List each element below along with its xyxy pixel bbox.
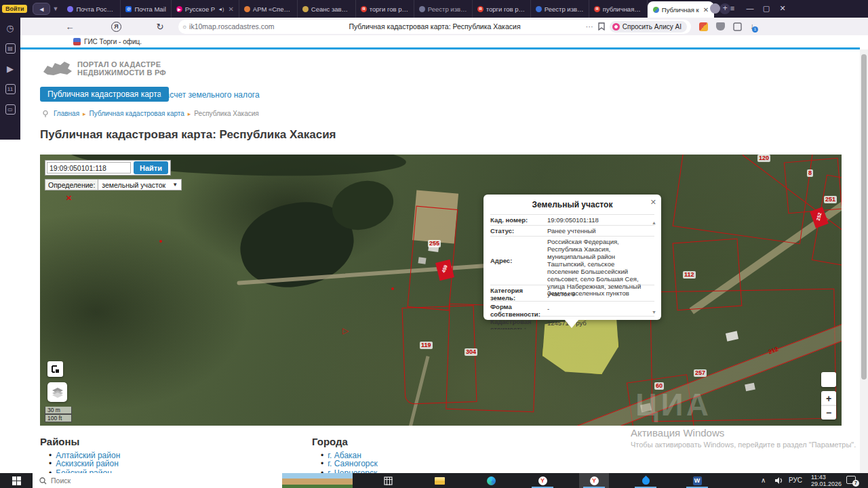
popup-close-icon[interactable]: ✕	[650, 198, 656, 207]
word-button[interactable]: W	[682, 473, 712, 488]
bookmark-favicon	[73, 38, 81, 45]
site-lock-icon[interactable]: ○	[182, 23, 186, 30]
area-select-button[interactable]	[47, 361, 63, 377]
object-type-select[interactable]: земельный участок ▼	[98, 180, 181, 190]
find-button[interactable]: Найти	[134, 161, 168, 174]
window-minimize-button[interactable]: —	[742, 4, 758, 12]
start-button[interactable]	[0, 473, 33, 488]
screenshot-icon[interactable]: ▭	[5, 104, 16, 115]
browser-tab[interactable]: ▶ Русское Р ◄) ✕	[172, 0, 239, 18]
task-view-button[interactable]	[373, 473, 403, 488]
taskbar-search[interactable]	[33, 473, 353, 488]
parcel-label[interactable]: 257	[694, 369, 707, 377]
search-highlight-image[interactable]	[282, 473, 353, 488]
ask-alice-button[interactable]: Спросить Алису AI	[610, 21, 687, 33]
edge-browser-button[interactable]	[476, 473, 506, 488]
notes-icon[interactable]: ▤	[5, 43, 16, 54]
browser-tab[interactable]: АРМ «Специал	[239, 0, 298, 18]
browser-tab[interactable]: Я торги гов ру о	[356, 0, 414, 18]
back-icon[interactable]: ←	[61, 22, 79, 32]
clock-time[interactable]: 11:43	[811, 474, 826, 481]
fullscreen-button[interactable]	[821, 372, 836, 387]
bookmark-icon[interactable]	[598, 22, 605, 30]
history-icon[interactable]: ◷	[5, 23, 16, 33]
browser-tab-active[interactable]: Публичная к ✕	[648, 1, 714, 18]
yandex-icon[interactable]: Я	[111, 22, 121, 32]
calendar-icon[interactable]: 11	[5, 84, 16, 94]
popup-row-value: Ранее учтенный	[545, 227, 645, 235]
district-link[interactable]: Аскизский район	[56, 459, 119, 468]
zoom-out-button[interactable]: −	[821, 405, 836, 420]
popup-row: Статус: Ранее учтенный	[490, 225, 654, 236]
parcel-label[interactable]: 120	[757, 155, 770, 162]
browser-tab[interactable]: Я публичная кар	[589, 0, 648, 18]
tab-favicon	[244, 6, 250, 12]
window-close-button[interactable]: ✕	[774, 4, 791, 13]
cadastral-number-input[interactable]	[47, 162, 131, 174]
signin-button[interactable]: Войти	[2, 5, 27, 13]
refresh-icon[interactable]: ↻	[151, 22, 169, 32]
video-icon[interactable]: ▶	[5, 64, 16, 74]
file-explorer-button[interactable]	[425, 473, 454, 488]
search-icon	[39, 477, 47, 485]
popup-row-label: Форма собственности:	[490, 303, 545, 314]
parcel-label[interactable]: 251	[824, 196, 837, 203]
folder-icon	[435, 477, 445, 485]
breadcrumb-section[interactable]: Публичная кадастровая карта	[90, 110, 184, 117]
extension-icon[interactable]	[699, 22, 708, 31]
browser-tab[interactable]: Реестр извещ	[531, 0, 589, 18]
zoom-in-button[interactable]: +	[821, 391, 836, 405]
city-link[interactable]: г. Саяногорск	[328, 459, 378, 468]
more-icon[interactable]: ⋯	[586, 22, 593, 31]
profile-avatar[interactable]	[710, 3, 720, 14]
language-indicator[interactable]: РУС	[789, 476, 802, 484]
clock-date[interactable]: 29.01.2026	[811, 481, 842, 487]
browser-tab[interactable]: Реестр извещ	[414, 0, 473, 18]
scroll-down-icon[interactable]: ▼	[652, 310, 656, 314]
tab-sound-button[interactable]: ◄	[33, 3, 50, 15]
nav-link-land-tax[interactable]: Расчет земельного налога	[160, 90, 260, 100]
parcel-label[interactable]: 304	[465, 348, 477, 356]
shield-extension-icon[interactable]	[716, 22, 725, 30]
nav-tab-cadastral-map[interactable]: Публичная кадастровая карта	[40, 87, 169, 102]
taskbar-search-input[interactable]	[51, 476, 234, 485]
yandex-browser-button[interactable]: Y	[528, 473, 557, 488]
page-scrollbar-thumb[interactable]	[861, 54, 867, 380]
parcel-outline-255[interactable]	[408, 206, 458, 311]
browser-tab[interactable]: Почта России	[62, 0, 121, 18]
yandex-disk-button[interactable]	[631, 473, 660, 488]
layers-button[interactable]	[47, 382, 67, 402]
windows-activation-subtitle: Чтобы активировать Windows, перейдите в …	[631, 441, 856, 449]
scroll-up-icon[interactable]: ▲	[652, 220, 656, 225]
tab-close-icon[interactable]: ✕	[703, 6, 709, 14]
browser-tab[interactable]: Я торги гов ру о	[473, 0, 531, 18]
browser-tab[interactable]: Сеанс заверш	[298, 0, 356, 18]
parcel-label[interactable]: 112	[683, 271, 696, 279]
url-domain[interactable]: ik10map.roscadastres.com	[189, 22, 274, 30]
parcel-label[interactable]: 255	[428, 240, 441, 247]
footer-districts-title: Районы	[40, 436, 79, 447]
yandex-browser-icon: Y	[538, 476, 547, 485]
parcel-label[interactable]: 8	[807, 169, 813, 177]
tab-favicon	[653, 7, 659, 13]
address-bar[interactable]: ○ ik10map.roscadastres.com Публичная кад…	[178, 20, 691, 34]
popup-scrollbar[interactable]: ▲▼	[651, 220, 657, 314]
chevron-down-icon[interactable]: ▼	[52, 5, 58, 12]
breadcrumb-separator: ▸	[83, 110, 86, 117]
collections-icon[interactable]	[733, 22, 742, 31]
browser-menu-icon[interactable]: ≡	[724, 4, 741, 12]
breadcrumb-home[interactable]: Главная	[54, 110, 79, 117]
tray-expand-icon[interactable]: ∧	[761, 476, 766, 484]
yandex-browser-active-button[interactable]: Y	[579, 473, 609, 488]
download-icon[interactable]: ↓1	[750, 22, 754, 31]
popup-row-label: Категория земель:	[490, 287, 545, 300]
bookmark-item[interactable]: ГИС Торги - офиц.	[84, 38, 142, 45]
tab-close-icon[interactable]: ✕	[228, 5, 233, 13]
parcel-label[interactable]: 119	[420, 342, 433, 349]
site-logo-russia-map	[42, 57, 75, 80]
volume-icon[interactable]	[774, 476, 783, 485]
cadastral-map[interactable]: 459 252 ✕ ▷ 255 119 304 112 257 60 212 1…	[40, 155, 842, 426]
browser-tab[interactable]: @ Почта Mail	[121, 0, 171, 18]
window-restore-button[interactable]: ▢	[758, 4, 774, 13]
tab-sound-icon[interactable]: ◄)	[218, 7, 224, 12]
